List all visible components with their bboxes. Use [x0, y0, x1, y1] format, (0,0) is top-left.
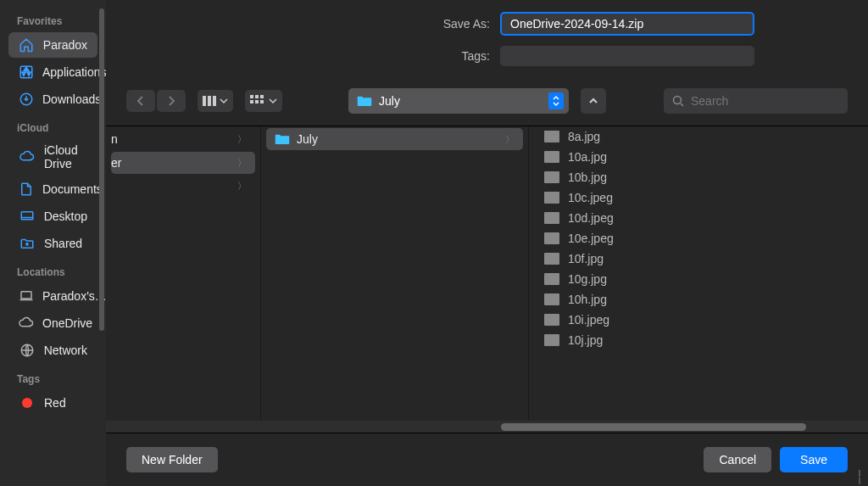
desktop-icon — [19, 208, 36, 225]
svg-rect-9 — [213, 96, 216, 106]
horizontal-scrollbar-track[interactable] — [106, 421, 868, 433]
svg-rect-12 — [260, 95, 264, 98]
cloud-icon — [19, 148, 36, 165]
sidebar-item-label: Red — [44, 396, 87, 410]
sidebar-item-paradox-mac[interactable]: Paradox's… — [8, 283, 97, 309]
sidebar-item-red-tag[interactable]: Red — [8, 390, 97, 416]
file-name: 10h.jpg — [568, 293, 607, 306]
file-item[interactable]: 8a.jpg — [529, 126, 868, 147]
image-thumbnail-icon — [544, 232, 559, 244]
sidebar-item-label: Paradox's… — [42, 289, 106, 303]
file-item[interactable]: 10j.jpg — [529, 330, 868, 350]
list-item[interactable]: n 〉 — [111, 128, 255, 150]
tags-input[interactable] — [500, 46, 754, 66]
file-name: 10g.jpg — [568, 272, 607, 286]
file-item[interactable]: 10i.jpeg — [529, 310, 868, 330]
sidebar-item-desktop[interactable]: Desktop — [8, 204, 97, 229]
item-label: er — [111, 156, 237, 170]
sidebar-item-paradox[interactable]: Paradox — [8, 32, 97, 58]
image-thumbnail-icon — [544, 253, 559, 265]
file-item[interactable]: 10h.jpg — [529, 289, 868, 310]
downloads-icon — [19, 91, 34, 108]
sidebar-scrollbar[interactable] — [99, 8, 104, 331]
filename-input[interactable] — [500, 12, 754, 36]
sidebar-item-label: OneDrive — [42, 316, 92, 330]
file-name: 10a.jpg — [568, 150, 607, 164]
sidebar-item-label: Shared — [44, 237, 87, 250]
svg-rect-10 — [250, 95, 253, 98]
image-thumbnail-icon — [544, 171, 559, 183]
view-mode-button[interactable] — [198, 90, 233, 112]
chevron-right-icon: 〉 — [237, 157, 247, 170]
sidebar-item-applications[interactable]: Applications — [8, 59, 97, 85]
file-name: 10d.jpeg — [568, 211, 614, 225]
sidebar-section-locations: Locations — [0, 258, 106, 282]
file-name: 10j.jpg — [568, 333, 603, 347]
cancel-button[interactable]: Cancel — [704, 447, 771, 472]
sidebar-item-downloads[interactable]: Downloads — [8, 87, 97, 112]
file-name: 10e.jpeg — [568, 232, 614, 245]
document-icon — [19, 181, 34, 198]
main: Save As: Tags: July — [106, 0, 868, 486]
item-label: n — [111, 132, 237, 146]
sidebar-item-documents[interactable]: Documents — [8, 176, 97, 202]
save-as-label: Save As: — [106, 17, 500, 31]
forward-button[interactable] — [157, 90, 186, 112]
file-item[interactable]: 10c.jpeg — [529, 187, 868, 208]
file-item[interactable]: 10b.jpg — [529, 167, 868, 187]
file-name: 8a.jpg — [568, 130, 600, 143]
search-icon — [672, 95, 684, 107]
svg-point-6 — [22, 398, 32, 408]
svg-rect-2 — [21, 212, 33, 220]
sidebar-section-favorites: Favorites — [0, 7, 106, 31]
group-button[interactable] — [245, 90, 282, 112]
columns-icon — [203, 95, 216, 107]
image-thumbnail-icon — [544, 273, 559, 285]
file-item[interactable]: 10d.jpeg — [529, 208, 868, 228]
chevron-down-icon — [269, 98, 277, 104]
list-item-july[interactable]: July 〉 — [266, 128, 523, 150]
chevron-right-icon: 〉 — [505, 133, 515, 146]
list-item[interactable]: 〉 — [111, 176, 255, 197]
file-item[interactable]: 10f.jpg — [529, 249, 868, 269]
svg-rect-4 — [21, 292, 31, 299]
sidebar-item-label: Downloads — [42, 92, 101, 106]
sidebar-item-network[interactable]: Network — [8, 338, 97, 363]
grid-icon — [250, 95, 265, 107]
column-2: July 〉 — [261, 126, 529, 421]
image-thumbnail-icon — [544, 293, 559, 305]
cloud-icon — [19, 315, 34, 332]
sidebar-item-onedrive[interactable]: OneDrive — [8, 310, 97, 336]
column-3: 8a.jpg10a.jpg10b.jpg10c.jpeg10d.jpeg10e.… — [529, 126, 868, 421]
sidebar-item-shared[interactable]: Shared — [8, 231, 97, 256]
red-dot-icon — [19, 394, 36, 411]
svg-rect-11 — [255, 95, 259, 98]
shared-folder-icon — [19, 235, 36, 252]
chevron-updown-icon — [548, 92, 564, 109]
svg-point-3 — [26, 243, 28, 245]
chevron-down-icon — [220, 98, 228, 104]
sidebar-item-label: Desktop — [44, 209, 87, 223]
file-item[interactable]: 10e.jpeg — [529, 228, 868, 249]
file-item[interactable]: 10a.jpg — [529, 147, 868, 167]
sidebar-item-label: Network — [44, 344, 87, 357]
file-item[interactable]: 10g.jpg — [529, 269, 868, 289]
sidebar-item-label: Paradox — [43, 38, 87, 52]
search-field[interactable] — [664, 88, 848, 114]
path-button[interactable]: July — [348, 88, 569, 114]
svg-rect-8 — [208, 96, 211, 106]
sidebar-item-icloud-drive[interactable]: iCloud Drive — [8, 139, 97, 175]
footer: New Folder Cancel Save — [106, 433, 868, 486]
sidebar-section-tags: Tags — [0, 365, 106, 388]
chevron-right-icon: 〉 — [237, 133, 247, 146]
save-button[interactable]: Save — [780, 447, 848, 472]
list-item[interactable]: er 〉 — [111, 152, 255, 174]
back-button[interactable] — [126, 90, 155, 112]
sidebar-item-label: Documents — [42, 182, 103, 196]
horizontal-scrollbar-thumb[interactable] — [501, 423, 806, 431]
svg-rect-15 — [260, 100, 264, 103]
search-input[interactable] — [684, 94, 839, 108]
new-folder-button[interactable]: New Folder — [126, 447, 218, 472]
up-folder-button[interactable] — [581, 88, 606, 114]
item-label: July — [297, 132, 505, 146]
